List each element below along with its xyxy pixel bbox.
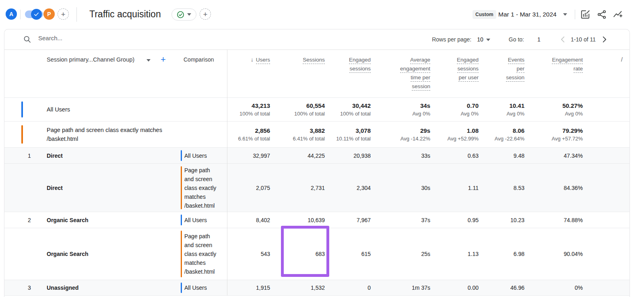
column-header-line: per bbox=[479, 65, 524, 72]
metric-value: 1.08 bbox=[430, 127, 479, 134]
table-row-organic-search: Organic SearchPage pathand screenclass e… bbox=[4, 228, 630, 280]
comparison-color-bar bbox=[21, 125, 23, 144]
customize-report-icon[interactable] bbox=[580, 9, 590, 20]
metric-value: 2,075 bbox=[227, 185, 270, 191]
metric-cell: 2,731 bbox=[270, 164, 325, 212]
comparison-color-bar bbox=[181, 214, 182, 225]
previous-page-chevron-icon[interactable] bbox=[559, 35, 568, 44]
metric-cell: 90.04% bbox=[524, 228, 583, 280]
top-app-bar: A P + Traffic acquisition + Custom bbox=[0, 0, 644, 29]
property-avatar[interactable]: P bbox=[43, 8, 55, 20]
metric-subvalue: 100% of total bbox=[227, 111, 270, 117]
metric-cell: 33s bbox=[371, 148, 430, 163]
table-row-direct: 1DirectAll Users32,99744,22520,93833s0.6… bbox=[4, 147, 630, 163]
goto-page-input[interactable] bbox=[533, 36, 545, 43]
account-avatar-letter: A bbox=[9, 11, 13, 17]
table-row-direct: DirectPage pathand screenclass exactlyma… bbox=[4, 163, 630, 212]
metric-cell: 34sAvg 0% bbox=[371, 98, 430, 121]
table-row-unassigned: 3UnassignedAll Users1,9151,53201m 37s0.0… bbox=[4, 280, 630, 296]
chevron-down-icon[interactable] bbox=[563, 13, 567, 16]
metric-value: 9.48 bbox=[479, 153, 524, 159]
metric-value: 0% bbox=[524, 285, 583, 291]
metric-subvalue: Avg 0% bbox=[479, 111, 524, 117]
metric-value: 1.11 bbox=[430, 185, 479, 191]
column-header-line: time per bbox=[371, 74, 430, 81]
dimension-selector[interactable]: Session primary...Channel Group) bbox=[47, 56, 134, 63]
next-page-chevron-icon[interactable] bbox=[600, 35, 609, 44]
metric-cell: 0% bbox=[524, 280, 583, 295]
comparison-cell: All Users bbox=[174, 148, 227, 163]
metric-cell: 37s bbox=[371, 212, 430, 228]
rows-per-page-value[interactable]: 10 bbox=[477, 36, 483, 43]
metric-value: 0.63 bbox=[430, 153, 479, 159]
comparison-color-bar bbox=[181, 283, 182, 293]
comparison-label: All Users bbox=[184, 283, 207, 292]
metric-value: 8.06 bbox=[479, 127, 524, 134]
metric-cell: 47.34% bbox=[524, 148, 583, 163]
divider bbox=[575, 10, 575, 19]
metric-subvalue: Avg +52.99% bbox=[430, 136, 479, 142]
table-header-row: Session primary...Channel Group) + Compa… bbox=[4, 50, 630, 97]
column-header-events-per-session[interactable]: Eventspersession bbox=[479, 56, 524, 97]
chevron-down-icon[interactable] bbox=[486, 39, 490, 41]
metric-cell: 6.98 bbox=[479, 228, 524, 280]
account-avatar[interactable]: A bbox=[6, 8, 17, 20]
channel-name: Direct bbox=[47, 185, 63, 191]
add-report-button[interactable]: + bbox=[200, 8, 211, 20]
row-index: 2 bbox=[28, 217, 31, 223]
add-dimension-button[interactable]: + bbox=[161, 54, 166, 65]
metric-cell: 2,304 bbox=[325, 164, 371, 212]
column-header-engaged-sessions[interactable]: Engagedsessions bbox=[325, 56, 371, 97]
column-header-users[interactable]: ↓Users bbox=[227, 56, 270, 97]
plus-icon: + bbox=[61, 9, 65, 19]
metric-cell: 32,997 bbox=[227, 148, 270, 163]
metric-value: 30s bbox=[371, 185, 430, 191]
metric-cell: 543 bbox=[227, 228, 270, 280]
add-comparison-button[interactable]: + bbox=[58, 8, 69, 20]
metric-cell: 0 bbox=[325, 280, 371, 295]
metric-value: 543 bbox=[227, 251, 270, 257]
pagination-controls: Rows per page: 10 Go to: 1-10 of 11 bbox=[432, 29, 609, 50]
report-saved-status-pill[interactable] bbox=[171, 8, 196, 21]
metric-value: 32,997 bbox=[227, 153, 270, 159]
metric-value: 90.04% bbox=[524, 251, 583, 257]
metric-value: 46.96 bbox=[479, 285, 524, 291]
comparison-toggle[interactable] bbox=[25, 10, 43, 18]
column-header-engaged-sessions-per-user[interactable]: Engagedsessionsper user bbox=[430, 56, 479, 97]
metric-subvalue: Avg 0% bbox=[524, 111, 583, 117]
comparison-cell: All Users bbox=[174, 280, 227, 295]
share-icon[interactable] bbox=[597, 9, 607, 20]
metric-cell: 30s bbox=[371, 164, 430, 212]
chevron-down-icon[interactable] bbox=[147, 59, 151, 62]
comparison-column-header: Comparison bbox=[184, 56, 214, 63]
column-header-line: Events bbox=[479, 56, 524, 63]
metric-value: 0.70 bbox=[430, 102, 479, 109]
date-range-type-badge: Custom bbox=[473, 10, 496, 19]
metric-value: 74.88% bbox=[524, 217, 583, 223]
metric-value: 60,554 bbox=[270, 102, 325, 109]
summary-row: Page path and screen class exactly match… bbox=[4, 121, 630, 147]
metric-value: 43,213 bbox=[227, 102, 270, 109]
metric-column-headers: ↓UsersSessionsEngagedsessionsAverageenga… bbox=[227, 56, 583, 97]
comparison-color-bar bbox=[181, 231, 182, 277]
metric-cell: 0.70Avg 0% bbox=[430, 98, 479, 121]
search-input[interactable] bbox=[37, 34, 192, 42]
summary-row-metrics: 2,8566.61% of total3,8826.41% of total3,… bbox=[227, 122, 583, 147]
date-range-selector[interactable]: Mar 1 - Mar 31, 2024 bbox=[498, 11, 557, 18]
metric-subvalue: 100% of total bbox=[325, 111, 371, 117]
metric-value: 50.27% bbox=[524, 102, 583, 109]
metric-subvalue: 100% of total bbox=[270, 111, 325, 117]
metric-cell: 25s bbox=[371, 228, 430, 280]
clipped-next-column-fragment: / bbox=[621, 56, 623, 63]
metric-cell: 3,8826.41% of total bbox=[270, 122, 325, 147]
metric-value: 30,442 bbox=[325, 102, 371, 109]
metric-cell: 8.06Avg -22.64% bbox=[479, 122, 524, 147]
column-header-engagement-rate[interactable]: Engagementrate bbox=[524, 56, 583, 97]
chevron-down-icon bbox=[187, 13, 191, 16]
summary-row-metrics: 43,213100% of total60,554100% of total30… bbox=[227, 98, 583, 121]
column-header-sessions[interactable]: Sessions bbox=[270, 56, 325, 97]
channel-name: Unassigned bbox=[47, 285, 78, 291]
column-header-line: session bbox=[479, 74, 524, 81]
column-header-average-engagement-time-per-session[interactable]: Averageengagementtime persession bbox=[371, 56, 430, 97]
insights-icon[interactable] bbox=[613, 9, 623, 20]
